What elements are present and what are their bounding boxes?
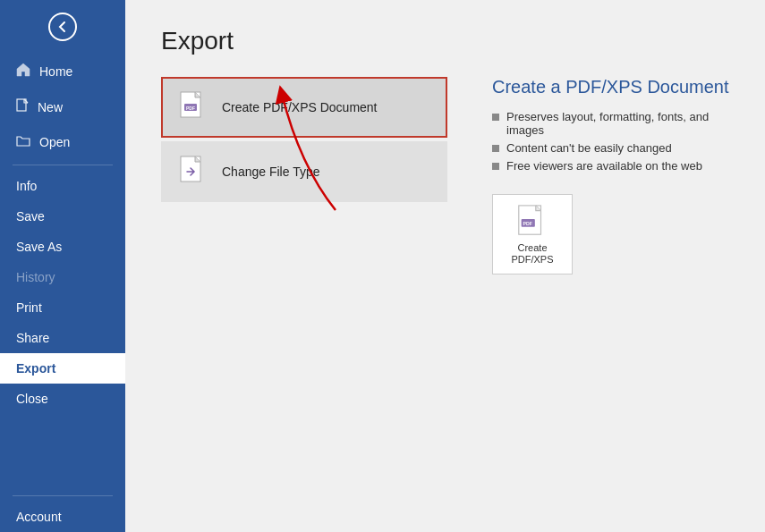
export-option-pdf[interactable]: PDF Create PDF/XPS Document <box>161 77 447 138</box>
bullet-icon-1 <box>492 114 499 121</box>
sidebar-home-label: Home <box>39 64 72 79</box>
sidebar-open-label: Open <box>39 135 70 149</box>
create-pdf-btn-line2: PDF/XPS <box>511 254 553 265</box>
bullet-3: Free viewers are available on the web <box>492 159 729 173</box>
create-pdf-button-container: PDF Create PDF/XPS <box>492 194 573 274</box>
export-info-panel: Create a PDF/XPS Document Preserves layo… <box>483 77 729 274</box>
sidebar-divider-1 <box>13 165 113 165</box>
export-change-file-label: Change File Type <box>222 165 319 179</box>
bullet-icon-2 <box>492 145 499 152</box>
new-icon <box>16 98 29 116</box>
export-content: PDF Create PDF/XPS Document Change File … <box>161 77 729 274</box>
sidebar-item-save[interactable]: Save <box>0 201 125 232</box>
export-bullets: Preserves layout, formatting, fonts, and… <box>492 110 729 173</box>
sidebar-item-open[interactable]: Open <box>0 125 125 159</box>
bullet-icon-3 <box>492 163 499 170</box>
sidebar-new-label: New <box>38 100 63 114</box>
open-icon <box>16 134 30 150</box>
back-icon <box>48 13 77 41</box>
bullet-text-3: Free viewers are available on the web <box>506 159 702 173</box>
bullet-2: Content can't be easily changed <box>492 141 729 155</box>
sidebar-item-print[interactable]: Print <box>0 292 125 323</box>
back-button[interactable] <box>0 0 125 54</box>
bullet-text-1: Preserves layout, formatting, fonts, and… <box>506 110 729 137</box>
sidebar: Home New Open Info Save Save As History <box>0 0 125 532</box>
sidebar-item-new[interactable]: New <box>0 89 125 125</box>
change-file-icon <box>177 156 209 188</box>
sidebar-item-home[interactable]: Home <box>0 54 125 89</box>
create-pdf-xps-button[interactable]: PDF Create PDF/XPS <box>492 194 573 274</box>
bullet-1: Preserves layout, formatting, fonts, and… <box>492 110 729 137</box>
pdf-document-icon: PDF <box>177 91 209 123</box>
sidebar-item-close[interactable]: Close <box>0 384 125 414</box>
sidebar-divider-2 <box>13 495 113 496</box>
sidebar-item-share[interactable]: Share <box>0 323 125 353</box>
create-pdf-icon: PDF <box>516 204 548 238</box>
svg-text:PDF: PDF <box>186 106 195 111</box>
export-pdf-label: Create PDF/XPS Document <box>222 100 378 114</box>
svg-text:PDF: PDF <box>523 221 532 226</box>
sidebar-item-account[interactable]: Account <box>0 502 125 532</box>
sidebar-bottom: Account <box>0 490 125 532</box>
export-option-change-file[interactable]: Change File Type <box>161 141 447 202</box>
sidebar-item-history: History <box>0 262 125 292</box>
create-pdf-btn-line1: Create <box>517 242 547 253</box>
sidebar-item-save-as[interactable]: Save As <box>0 232 125 262</box>
home-icon <box>16 63 30 80</box>
export-options-list: PDF Create PDF/XPS Document Change File … <box>161 77 447 274</box>
bullet-text-2: Content can't be easily changed <box>506 141 672 155</box>
page-title: Export <box>161 27 729 55</box>
export-info-title: Create a PDF/XPS Document <box>492 77 729 97</box>
sidebar-item-export[interactable]: Export <box>0 353 125 384</box>
sidebar-item-info[interactable]: Info <box>0 171 125 201</box>
main-content: Export PDF Create PDF/XPS Document <box>125 0 765 532</box>
